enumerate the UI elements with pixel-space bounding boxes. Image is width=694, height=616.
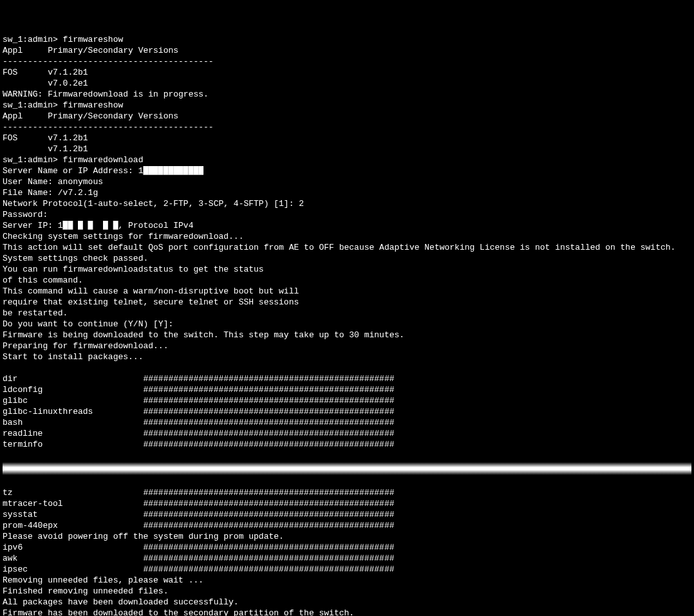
terminal-output: sw_1:admin> firmwareshowAppl Primary/Sec… (3, 34, 691, 362)
terminal-line: Firmware is being downloaded to the swit… (3, 330, 691, 341)
terminal-line: System settings check passed. (3, 253, 691, 264)
terminal-line: User Name: anonymous (3, 176, 691, 187)
terminal-line: tz #####################################… (3, 487, 691, 498)
terminal-line: FOS v7.1.2b1 (3, 133, 691, 144)
terminal-line: v7.0.2e1 (3, 78, 691, 89)
terminal-line: terminfo ###############################… (3, 439, 691, 450)
terminal-line: This command will cause a warm/non-disru… (3, 286, 691, 297)
terminal-line: WARNING: Firmwaredownload is in progress… (3, 89, 691, 100)
terminal-line: Server IP: 1██ █ █ █ █, Protocol IPv4 (3, 220, 691, 231)
terminal-line: Firmware has been downloaded to the seco… (3, 608, 691, 616)
terminal-line: Network Protocol(1-auto-select, 2-FTP, 3… (3, 198, 691, 209)
terminal-line: Please avoid powering off the system dur… (3, 531, 691, 542)
terminal-line: dir ####################################… (3, 373, 691, 384)
terminal-packages-1: dir ####################################… (3, 373, 691, 450)
terminal-line: bash ###################################… (3, 417, 691, 428)
terminal-line: readline ###############################… (3, 428, 691, 439)
terminal-line: ldconfig ###############################… (3, 384, 691, 395)
terminal-line: Appl Primary/Secondary Versions (3, 45, 691, 56)
terminal-line: of this command. (3, 275, 691, 286)
horizontal-divider-glow (3, 462, 691, 475)
terminal-line: ----------------------------------------… (3, 56, 691, 67)
terminal-line: awk ####################################… (3, 553, 691, 564)
terminal-line: ipsec ##################################… (3, 564, 691, 575)
terminal-line: Server Name or IP Address: 1████████████ (3, 165, 691, 176)
terminal-line: You can run firmwaredownloadstatus to ge… (3, 264, 691, 275)
terminal-line: Finished removing unneeded files. (3, 586, 691, 597)
terminal-line: be restarted. (3, 308, 691, 319)
terminal-line: File Name: /v7.2.1g (3, 187, 691, 198)
terminal-line: glibc ##################################… (3, 395, 691, 406)
terminal-line: prom-440epx ############################… (3, 520, 691, 531)
terminal-line: Checking system settings for firmwaredow… (3, 231, 691, 242)
terminal-line: This action will set default QoS port co… (3, 242, 691, 253)
terminal-line: Do you want to continue (Y/N) [Y]: (3, 319, 691, 330)
terminal-line: v7.1.2b1 (3, 144, 691, 154)
terminal-line: Password: (3, 209, 691, 220)
terminal-line: sw_1:admin> firmwareshow (3, 100, 691, 111)
terminal-line: Start to install packages... (3, 351, 691, 362)
terminal-line: sysstat ################################… (3, 509, 691, 520)
terminal-line: ipv6 ###################################… (3, 542, 691, 553)
terminal-line: ----------------------------------------… (3, 122, 691, 133)
terminal-line: Removing unneeded files, please wait ... (3, 575, 691, 586)
terminal-line: Preparing for firmwaredownload... (3, 341, 691, 351)
terminal-line: Appl Primary/Secondary Versions (3, 111, 691, 122)
terminal-line: FOS v7.1.2b1 (3, 67, 691, 78)
terminal-line: sw_1:admin> firmwaredownload (3, 154, 691, 165)
terminal-line: All packages have been downloaded succes… (3, 597, 691, 608)
terminal-line: require that existing telnet, secure tel… (3, 297, 691, 308)
terminal-packages-2: tz #####################################… (3, 487, 691, 616)
terminal-line: sw_1:admin> firmwareshow (3, 34, 691, 45)
terminal-line: mtracer-tool ###########################… (3, 498, 691, 509)
terminal-line: glibc-linuxthreads #####################… (3, 406, 691, 417)
